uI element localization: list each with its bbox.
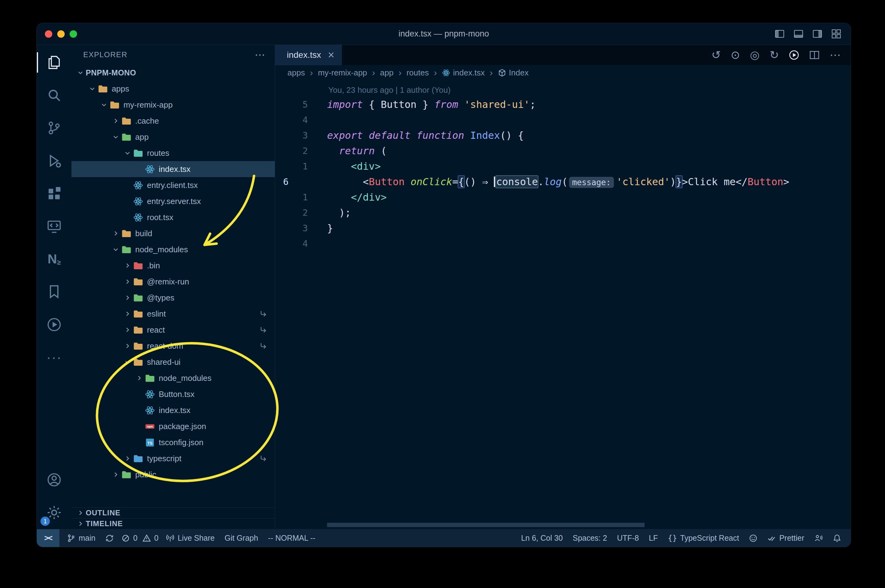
braces-icon: {} — [668, 534, 677, 543]
tree-item-label: entry.client.tsx — [147, 180, 198, 190]
symlink-icon — [259, 310, 267, 318]
activity-extensions[interactable] — [37, 177, 71, 210]
status-problems-errors[interactable]: 0 — [119, 529, 140, 547]
status-vim-mode[interactable]: -- NORMAL -- — [263, 529, 320, 547]
source-control-icon — [47, 121, 62, 135]
tree-item-eslint[interactable]: eslint — [71, 306, 275, 322]
activity-run-and-debug[interactable] — [37, 144, 71, 177]
more-actions-icon[interactable]: ⋯ — [829, 48, 841, 62]
tree-item-remix-run[interactable]: @remix-run — [71, 274, 275, 290]
activity-search[interactable] — [37, 79, 71, 112]
breadcrumb-item-routes[interactable]: routes — [406, 68, 429, 78]
gitlens-blame-annotation[interactable]: You, 23 hours ago | 1 author (You) — [275, 83, 850, 97]
status-notifications[interactable] — [828, 529, 846, 547]
tree-item-public[interactable]: public — [71, 466, 275, 483]
react-file-icon — [133, 196, 143, 207]
status-live-share[interactable]: Live Share — [161, 529, 220, 547]
tree-item-typescript[interactable]: typescript — [71, 450, 275, 466]
close-window-button[interactable] — [45, 30, 52, 38]
activity-more-views[interactable]: ··· — [37, 341, 71, 374]
code-runner-icon — [47, 317, 62, 332]
gitlens-blame-icon[interactable]: ↻ — [769, 48, 779, 62]
tree-item-shared-ui[interactable]: shared-ui — [71, 354, 275, 370]
tree-item-node-modules[interactable]: node_modules — [71, 370, 275, 386]
status-formatter[interactable]: Prettier — [763, 529, 809, 547]
status-indentation[interactable]: Spaces: 2 — [568, 529, 612, 547]
status-bar-left: ><main00Live ShareGit Graph-- NORMAL -- — [37, 529, 320, 547]
breadcrumb-item-app[interactable]: app — [380, 68, 393, 78]
tree-item-routes[interactable]: routes — [71, 145, 275, 161]
chevron-placeholder — [134, 421, 144, 432]
status-feedback[interactable] — [744, 529, 763, 547]
activity-settings[interactable]: 1 — [37, 496, 71, 529]
breadcrumb-item-apps[interactable]: apps — [287, 68, 305, 78]
tree-item-node-modules[interactable]: node_modules — [71, 242, 275, 258]
activity-nx-console[interactable]: N≥ — [37, 243, 71, 276]
panel-outline[interactable]: OUTLINE — [71, 507, 275, 518]
activity-code-runner[interactable] — [37, 308, 71, 341]
tree-item-tsconfig-json[interactable]: TStsconfig.json — [71, 434, 275, 450]
tree-item-entry-server-tsx[interactable]: entry.server.tsx — [71, 193, 275, 209]
status-cursor-position[interactable]: Ln 6, Col 30 — [516, 529, 568, 547]
tree-item-react-dom[interactable]: react-dom — [71, 338, 275, 354]
split-editor-icon[interactable] — [809, 50, 820, 60]
layout-sidebar-button[interactable] — [775, 29, 785, 39]
tree-item-cache[interactable]: .cache — [71, 113, 275, 129]
layout-sidebar-right-button[interactable] — [812, 29, 822, 39]
tree-item-my-remix-app[interactable]: my-remix-app — [71, 97, 275, 113]
status-screen-reader[interactable] — [809, 529, 828, 547]
tree-item-bin[interactable]: .bin — [71, 258, 275, 274]
status-branch[interactable]: main — [62, 529, 100, 547]
chevron-right-icon — [134, 373, 144, 383]
layout-grid-button[interactable] — [831, 29, 841, 39]
panel-timeline[interactable]: TIMELINE — [71, 518, 275, 529]
run-code-icon[interactable] — [789, 50, 799, 60]
status-problems-warnings[interactable]: 0 — [140, 529, 161, 547]
breadcrumb-item-index[interactable]: Index — [498, 68, 529, 78]
tab-index-tsx[interactable]: index.tsx× — [275, 45, 342, 65]
tree-item-app[interactable]: app — [71, 129, 275, 145]
code-line: 1 </div> — [275, 189, 850, 205]
sidebar-more-actions-icon[interactable]: ⋯ — [255, 48, 265, 61]
tree-item-entry-client-tsx[interactable]: entry.client.tsx — [71, 177, 275, 193]
status-git-graph[interactable]: Git Graph — [220, 529, 263, 547]
chevron-placeholder — [122, 196, 133, 207]
activity-explorer[interactable] — [37, 46, 71, 79]
tree-item-types[interactable]: @types — [71, 290, 275, 306]
editor-code[interactable]: You, 23 hours ago | 1 author (You) 5impo… — [275, 80, 850, 529]
activity-bookmarks[interactable] — [37, 276, 71, 308]
tree-item-package-json[interactable]: npmpackage.json — [71, 418, 275, 434]
code-line: 2 return ( — [275, 143, 850, 159]
status-encoding[interactable]: UTF-8 — [612, 529, 644, 547]
horizontal-scrollbar[interactable] — [327, 523, 644, 527]
tree-item-label: build — [135, 229, 152, 238]
tree-item-index-tsx[interactable]: index.tsx — [71, 161, 275, 177]
status-remote[interactable]: >< — [37, 529, 59, 547]
gitlens-graph-icon[interactable]: ◎ — [750, 48, 759, 62]
tree-item-root-tsx[interactable]: root.tsx — [71, 209, 275, 225]
tree-item-button-tsx[interactable]: Button.tsx — [71, 386, 275, 402]
tree-item-build[interactable]: build — [71, 225, 275, 242]
status-sync[interactable] — [100, 529, 119, 547]
activity-source-control[interactable] — [37, 112, 71, 144]
breadcrumb-item-my-remix-app[interactable]: my-remix-app — [318, 68, 367, 78]
layout-panel-button[interactable] — [793, 29, 804, 39]
chevron-right-icon — [122, 309, 133, 319]
tree-item-pnpm-mono[interactable]: PNPM-MONO — [71, 64, 275, 81]
tree-item-apps[interactable]: apps — [71, 81, 275, 97]
activity-remote-explorer[interactable] — [37, 210, 71, 243]
gitlens-compare-icon[interactable]: ⊙ — [731, 48, 740, 62]
tree-item-index-tsx[interactable]: index.tsx — [71, 402, 275, 418]
breadcrumb-item-index-tsx[interactable]: index.tsx — [442, 68, 485, 78]
status-eol[interactable]: LF — [644, 529, 663, 547]
folder-icon — [133, 148, 143, 158]
tab-close-icon[interactable]: × — [328, 50, 334, 61]
activity-accounts[interactable] — [37, 464, 71, 496]
tree-item-react[interactable]: react — [71, 322, 275, 338]
tree-item-label: node_modules — [135, 245, 188, 254]
folder-icon — [98, 84, 108, 94]
minimize-window-button[interactable] — [57, 30, 65, 38]
status-language-mode[interactable]: {}TypeScript React — [663, 529, 744, 547]
file-history-icon[interactable]: ↺ — [711, 48, 721, 62]
zoom-window-button[interactable] — [70, 30, 77, 38]
